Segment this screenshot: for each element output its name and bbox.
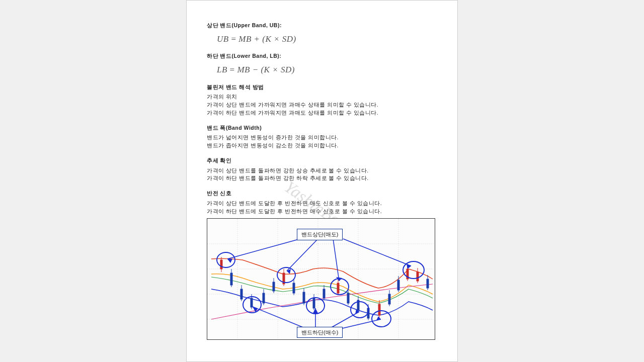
interp-heading: 볼린저 밴드 해석 방법 (207, 83, 437, 92)
svg-line-53 (333, 239, 339, 281)
signal-circle (306, 297, 325, 314)
sub4-line1: 가격이 상단 밴드에 도달한 후 반전하면 매도 신호로 볼 수 있습니다. (207, 200, 437, 208)
sub1-line1: 가격이 상단 밴드에 가까워지면 과매수 상태를 의미할 수 있습니다. (207, 101, 437, 109)
document-page: YashinBooks 상단 밴드(Upper Band, UB): UB = … (186, 0, 458, 362)
formula-lhs: UB (217, 34, 229, 44)
formula-eq: = (231, 34, 236, 44)
svg-line-55 (253, 307, 308, 329)
formula-rhs: MB − (K × SD) (237, 65, 294, 74)
bollinger-chart: 밴드상단(매도) 밴드하단(매수) (207, 218, 435, 340)
sub3-line1: 가격이 상단 밴드를 돌파하면 강한 상승 추세로 볼 수 있습니다. (207, 167, 437, 175)
formula-rhs: MB + (K × SD) (238, 34, 296, 44)
upper-band-heading: 상단 밴드(Upper Band, UB): (207, 22, 437, 30)
chart-bottom-label: 밴드하단(매수) (297, 327, 343, 338)
chart-top-label: 밴드상단(매도) (297, 229, 343, 240)
sub1-title: 가격의 위치 (207, 93, 437, 101)
sub2-line2: 밴드가 좁아지면 변동성이 감소한 것을 의미합니다. (207, 142, 437, 150)
formula-eq: = (230, 65, 235, 74)
signal-circle (350, 301, 369, 318)
formula-lhs: LB (217, 65, 227, 74)
upper-band-formula: UB = MB + (K × SD) (217, 33, 437, 46)
lower-band-heading: 하단 밴드(Lower Band, LB): (207, 52, 437, 60)
signal-circle (403, 261, 425, 279)
lower-band-formula: LB = MB − (K × SD) (217, 63, 437, 76)
signal-circle (243, 296, 262, 313)
sub1-line2: 가격이 하단 밴드에 가까워지면 과매도 상태를 의미할 수 있습니다. (207, 109, 437, 117)
sub3-line2: 가격이 하단 밴드를 돌파하면 강한 하락 추세로 볼 수 있습니다. (207, 174, 437, 183)
sub2-title: 밴드 폭(Band Width) (207, 124, 437, 132)
sub4-title: 반전 신호 (207, 190, 437, 198)
svg-line-51 (227, 239, 300, 259)
signal-circle (330, 278, 349, 295)
svg-line-54 (343, 239, 411, 266)
sub2-line1: 밴드가 넓어지면 변동성이 증가한 것을 의미합니다. (207, 134, 437, 142)
svg-line-52 (287, 239, 318, 271)
sub3-title: 추세 확인 (207, 157, 437, 165)
sub4-line2: 가격이 하단 밴드에 도달한 후 반전하면 매수 신호로 볼 수 있습니다. (207, 208, 437, 216)
